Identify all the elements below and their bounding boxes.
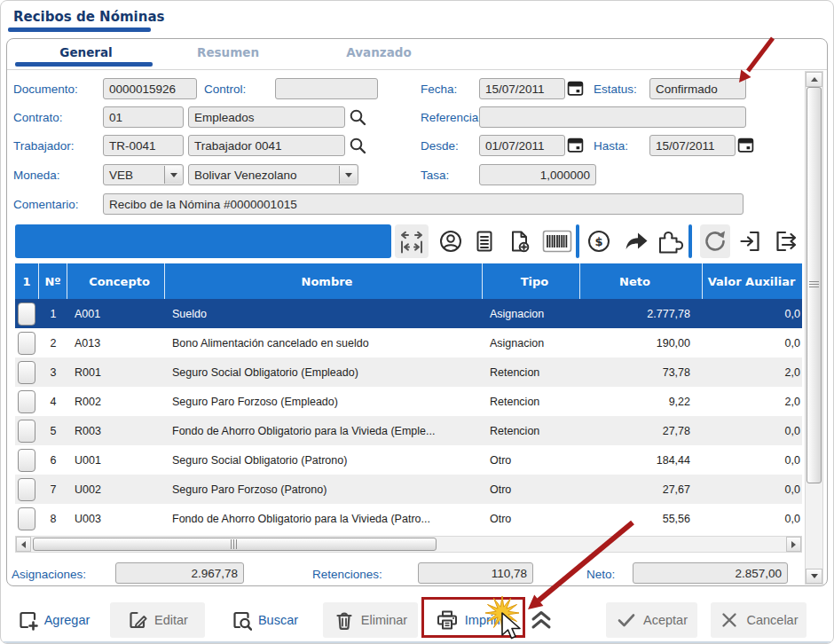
row-select-button[interactable] [18,302,35,326]
agregar-label: Agregar [44,613,90,627]
table-row[interactable]: 8U003Fondo de Ahorro Obligatorio para la… [15,504,802,533]
trabajador-code-input[interactable]: TR-0041 [103,135,184,156]
scroll-down-button[interactable] [806,569,822,584]
editar-button[interactable]: Editar [110,602,205,638]
cell-numero: 6 [39,445,67,475]
column-header[interactable]: 1 [15,263,39,299]
referencia-input[interactable] [479,106,746,128]
cancelar-button[interactable]: Cancelar [711,602,806,638]
table-header-row: 1NºConceptoNombreTipoNetoValor Auxiliar [15,263,802,299]
row-select-button[interactable] [18,478,35,501]
document-icon[interactable] [470,224,499,258]
table-h-scrollbar[interactable] [15,536,802,553]
plugin-puzzle-icon[interactable] [657,224,687,258]
comentario-input[interactable]: Recibo de la Nómina #0000001015 [103,193,744,215]
row-select-button[interactable] [18,449,35,472]
double-chevron-up-icon[interactable] [528,608,555,632]
row-select-button[interactable] [18,361,35,384]
moneda-name-select[interactable]: Bolivar Venezolano [188,164,358,185]
fit-width-icon[interactable] [395,224,429,258]
h-scroll-thumb[interactable] [33,538,437,551]
trabajador-name-input[interactable]: Trabajador 0041 [188,135,345,156]
panel-v-scrollbar[interactable] [805,71,823,585]
table-row[interactable]: 2A013Bono Alimentación cancelado en suel… [15,328,802,357]
v-scroll-thumb[interactable] [806,87,822,483]
calendar-icon[interactable] [737,137,754,153]
row-select-button[interactable] [18,420,35,443]
aceptar-button[interactable]: Aceptar [606,602,697,638]
cell-valor-auxiliar: 0,0 [703,504,802,533]
arrow-right-icon [791,541,796,548]
contrato-name-input[interactable]: Empleados [188,106,345,128]
column-header[interactable]: Valor Auxiliar [703,263,802,299]
user-icon[interactable] [437,224,465,258]
barcode-icon[interactable] [542,224,572,258]
row-cell-selector [15,387,39,416]
buscar-button[interactable]: Buscar [220,602,309,638]
desde-input[interactable]: 01/07/2011 [479,135,565,156]
search-icon[interactable] [349,137,366,154]
cell-concepto: A013 [67,328,165,357]
currency-dollar-icon[interactable]: $ [585,224,613,258]
estatus-input[interactable]: Confirmado [649,78,746,99]
tab-resumen[interactable]: Resumen [157,43,299,61]
cell-concepto: U002 [67,475,165,504]
hasta-input[interactable]: 15/07/2011 [649,135,736,156]
cell-neto: 184,44 [580,445,703,475]
column-header[interactable]: Concepto [67,263,165,299]
cell-nombre: Fondo de Ahorro Obligatorio para la Vivi… [165,416,483,445]
moneda-code-dropdown-button[interactable] [164,166,182,184]
calendar-icon[interactable] [567,137,584,153]
column-header[interactable]: Nombre [165,263,483,299]
contrato-label: Contrato: [13,111,63,124]
scroll-right-button[interactable] [786,537,801,552]
toolbar-filter-bar[interactable] [15,224,391,258]
row-select-button[interactable] [18,332,35,355]
moneda-label: Moneda: [13,169,60,182]
imprimir-button[interactable]: Imprimir [427,602,520,638]
table-body: 1A001SueldoAsignacion2.777,780,02A013Bon… [15,299,802,533]
close-x-icon [719,609,740,631]
tasa-input[interactable]: 1,000000 [479,164,596,185]
eliminar-button[interactable]: Eliminar [323,602,418,638]
row-select-button[interactable] [18,390,35,413]
column-header[interactable]: Tipo [483,263,580,299]
refresh-icon[interactable] [700,224,730,258]
v-scroll-track[interactable] [806,87,822,569]
calendar-icon[interactable] [567,80,584,97]
trash-icon [334,609,355,631]
forward-arrow-icon[interactable] [622,224,650,258]
table-row[interactable]: 5R003Fondo de Ahorro Obligatorio para la… [15,416,802,445]
table-row[interactable]: 3R001Seguro Social Obligatorio (Empleado… [15,357,802,387]
cell-numero: 3 [39,357,67,387]
search-document-icon [231,609,252,631]
import-icon[interactable] [737,224,766,258]
column-header[interactable]: Nº [39,263,67,299]
row-select-button[interactable] [18,507,35,530]
check-icon [616,609,637,631]
search-icon[interactable] [349,108,366,126]
table-row[interactable]: 4R002Seguro Paro Forzoso (Empleado)Reten… [15,387,802,416]
table-row[interactable]: 1A001SueldoAsignacion2.777,780,0 [15,299,802,328]
fecha-input[interactable]: 15/07/2011 [479,78,565,99]
scroll-left-button[interactable] [16,537,31,552]
table-row[interactable]: 7U002Seguro Paro Forzoso (Patrono)Otro27… [15,475,802,504]
tasa-label: Tasa: [421,169,449,182]
scroll-up-button[interactable] [806,72,822,87]
moneda-code-select[interactable]: VEB [103,164,184,185]
tab-general[interactable]: General [15,43,157,61]
agregar-button[interactable]: Agregar [8,602,98,638]
document-add-icon[interactable] [505,224,533,258]
fecha-label: Fecha: [421,82,457,96]
cell-nombre: Sueldo [165,299,483,328]
control-input[interactable] [275,78,378,99]
column-header[interactable]: Neto [580,263,703,299]
documento-input[interactable]: 0000015926 [103,78,197,99]
export-icon[interactable] [769,224,799,258]
moneda-name-dropdown-button[interactable] [339,166,357,184]
contrato-code-input[interactable]: 01 [103,106,184,128]
h-scroll-track[interactable] [31,537,786,552]
cell-numero: 8 [39,504,67,533]
table-row[interactable]: 6U001Seguro Social Obligatorio (Patrono)… [15,445,802,475]
tab-avanzado[interactable]: Avanzado [299,43,459,61]
